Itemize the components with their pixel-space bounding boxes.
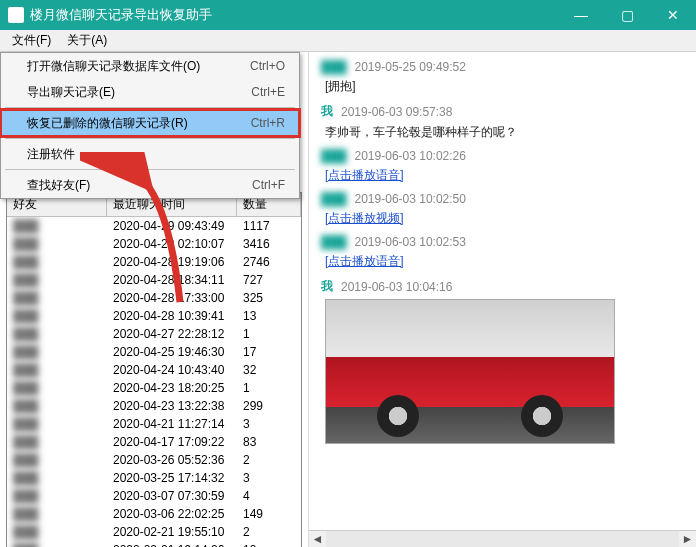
table-row[interactable]: ███2020-04-28 17:33:00325: [7, 289, 301, 307]
table-row[interactable]: ███2020-02-21 19:14:2610: [7, 541, 301, 547]
minimize-button[interactable]: —: [558, 0, 604, 30]
cell-time: 2020-04-23 13:22:38: [107, 397, 237, 415]
cell-friend: ███: [7, 217, 107, 235]
cell-friend: ███: [7, 235, 107, 253]
msg-time: 2019-06-03 10:04:16: [341, 280, 452, 294]
table-row[interactable]: ███2020-03-25 17:14:323: [7, 469, 301, 487]
sender-name: 我: [321, 278, 333, 295]
cell-count: 1: [237, 325, 301, 343]
cell-friend: ███: [7, 307, 107, 325]
table-row[interactable]: ███2020-04-28 10:39:4113: [7, 307, 301, 325]
cell-time: 2020-03-26 05:52:36: [107, 451, 237, 469]
msg-time: 2019-06-03 10:02:53: [355, 235, 466, 249]
menu-export[interactable]: 导出聊天记录(E) Ctrl+E: [1, 79, 299, 105]
msg-time: 2019-06-03 10:02:26: [355, 149, 466, 163]
table-row[interactable]: ███2020-04-29 09:43:491117: [7, 217, 301, 235]
window-title: 楼月微信聊天记录导出恢复助手: [30, 6, 558, 24]
cell-friend: ███: [7, 541, 107, 547]
car-image[interactable]: [325, 299, 615, 444]
scroll-left-icon[interactable]: ◄: [309, 531, 326, 548]
msg-time: 2019-06-03 10:02:50: [355, 192, 466, 206]
menu-find-friend[interactable]: 查找好友(F) Ctrl+F: [1, 172, 299, 198]
cell-friend: ███: [7, 289, 107, 307]
horizontal-scrollbar[interactable]: ◄ ►: [309, 530, 696, 547]
cell-count: 83: [237, 433, 301, 451]
cell-count: 1: [237, 379, 301, 397]
scroll-track[interactable]: [326, 531, 679, 547]
cell-count: 1117: [237, 217, 301, 235]
cell-count: 3: [237, 415, 301, 433]
scroll-right-icon[interactable]: ►: [679, 531, 696, 548]
menu-separator: [5, 169, 295, 170]
cell-count: 149: [237, 505, 301, 523]
table-row[interactable]: ███2020-04-21 11:27:143: [7, 415, 301, 433]
cell-time: 2020-04-25 19:46:30: [107, 343, 237, 361]
friend-table: 好友 最近聊天时间 数量 ███2020-04-29 09:43:491117█…: [6, 192, 302, 547]
menu-recover-deleted[interactable]: 恢复已删除的微信聊天记录(R) Ctrl+R: [1, 110, 299, 136]
sender-name: ███: [321, 149, 347, 163]
menu-separator: [5, 107, 295, 108]
cell-count: 2: [237, 451, 301, 469]
wheel-icon: [521, 395, 563, 437]
table-row[interactable]: ███2020-04-24 10:43:4032: [7, 361, 301, 379]
cell-time: 2020-04-27 22:28:12: [107, 325, 237, 343]
msg-time: 2019-05-25 09:49:52: [355, 60, 466, 74]
table-row[interactable]: ███2020-04-27 22:28:121: [7, 325, 301, 343]
cell-count: 727: [237, 271, 301, 289]
wheel-icon: [377, 395, 419, 437]
close-button[interactable]: ✕: [650, 0, 696, 30]
play-video-link[interactable]: [点击播放视频]: [325, 211, 404, 225]
cell-count: 32: [237, 361, 301, 379]
cell-count: 13: [237, 307, 301, 325]
chat-message: ███2019-06-03 10:02:50 [点击播放视频]: [321, 192, 684, 227]
cell-count: 4: [237, 487, 301, 505]
table-row[interactable]: ███2020-04-17 17:09:2283: [7, 433, 301, 451]
cell-friend: ███: [7, 451, 107, 469]
file-dropdown-menu: 打开微信聊天记录数据库文件(O) Ctrl+O 导出聊天记录(E) Ctrl+E…: [0, 52, 300, 199]
cell-friend: ███: [7, 505, 107, 523]
table-row[interactable]: ███2020-04-23 18:20:251: [7, 379, 301, 397]
sender-name: ███: [321, 192, 347, 206]
sender-name: 我: [321, 103, 333, 120]
chat-pane: ███2019-05-25 09:49:52 [拥抱] 我2019-06-03 …: [308, 52, 696, 547]
friend-table-body[interactable]: ███2020-04-29 09:43:491117███2020-04-29 …: [7, 217, 301, 547]
cell-time: 2020-04-29 02:10:07: [107, 235, 237, 253]
menu-about[interactable]: 关于(A): [59, 30, 115, 51]
chat-scroll-area[interactable]: ███2019-05-25 09:49:52 [拥抱] 我2019-06-03 …: [309, 52, 696, 530]
cell-friend: ███: [7, 523, 107, 541]
table-row[interactable]: ███2020-04-23 13:22:38299: [7, 397, 301, 415]
cell-friend: ███: [7, 469, 107, 487]
msg-body: [拥抱]: [321, 74, 684, 95]
cell-count: 299: [237, 397, 301, 415]
cell-time: 2020-02-21 19:14:26: [107, 541, 237, 547]
cell-time: 2020-04-21 11:27:14: [107, 415, 237, 433]
play-audio-link[interactable]: [点击播放语音]: [325, 168, 404, 182]
cell-friend: ███: [7, 253, 107, 271]
cell-friend: ███: [7, 397, 107, 415]
table-row[interactable]: ███2020-04-28 19:19:062746: [7, 253, 301, 271]
menu-register[interactable]: 注册软件: [1, 141, 299, 167]
table-row[interactable]: ███2020-04-28 18:34:11727: [7, 271, 301, 289]
cell-count: 2: [237, 523, 301, 541]
menu-file[interactable]: 文件(F): [4, 30, 59, 51]
menu-open-db[interactable]: 打开微信聊天记录数据库文件(O) Ctrl+O: [1, 53, 299, 79]
cell-time: 2020-04-17 17:09:22: [107, 433, 237, 451]
cell-time: 2020-04-28 17:33:00: [107, 289, 237, 307]
cell-time: 2020-04-28 18:34:11: [107, 271, 237, 289]
cell-count: 3: [237, 469, 301, 487]
table-row[interactable]: ███2020-03-26 05:52:362: [7, 451, 301, 469]
table-row[interactable]: ███2020-04-29 02:10:073416: [7, 235, 301, 253]
cell-friend: ███: [7, 433, 107, 451]
chat-message: ███2019-06-03 10:02:26 [点击播放语音]: [321, 149, 684, 184]
table-row[interactable]: ███2020-03-07 07:30:594: [7, 487, 301, 505]
cell-time: 2020-04-29 09:43:49: [107, 217, 237, 235]
table-row[interactable]: ███2020-02-21 19:55:102: [7, 523, 301, 541]
cell-friend: ███: [7, 325, 107, 343]
play-audio-link[interactable]: [点击播放语音]: [325, 254, 404, 268]
menubar: 文件(F) 关于(A): [0, 30, 696, 52]
table-row[interactable]: ███2020-03-06 22:02:25149: [7, 505, 301, 523]
maximize-button[interactable]: ▢: [604, 0, 650, 30]
cell-friend: ███: [7, 343, 107, 361]
table-row[interactable]: ███2020-04-25 19:46:3017: [7, 343, 301, 361]
cell-count: 10: [237, 541, 301, 547]
